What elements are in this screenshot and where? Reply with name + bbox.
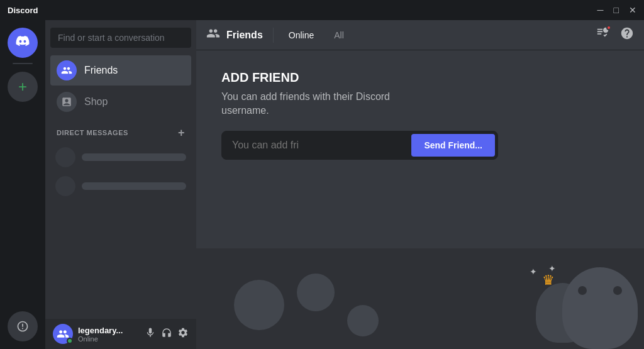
dm-nav: Friends Shop <box>45 55 196 117</box>
tab-all[interactable]: All <box>329 28 349 43</box>
character-2 <box>562 267 638 349</box>
app-title: Discord <box>8 6 38 15</box>
username: legendary... <box>78 326 140 335</box>
dm-list <box>45 141 196 319</box>
add-friend-description: You can add friends with their Discord u… <box>221 90 619 118</box>
server-divider <box>13 63 33 64</box>
add-friend-form: Send Friend... <box>221 131 498 160</box>
close-button[interactable]: ✕ <box>629 6 636 14</box>
window-controls: ─ □ ✕ <box>597 6 636 14</box>
deco-circle <box>297 274 335 311</box>
add-server-button[interactable]: + <box>8 72 38 102</box>
discord-logo-icon <box>15 33 30 52</box>
sidebar-item-shop[interactable]: Shop <box>50 87 191 117</box>
tab-online[interactable]: Online <box>284 28 319 43</box>
notification-dot <box>606 25 611 30</box>
main-content: Friends Online All ADD FRIEND You c <box>196 20 644 349</box>
dm-name <box>82 182 186 190</box>
discord-home-button[interactable] <box>8 28 38 58</box>
dm-avatar <box>55 147 75 167</box>
server-sidebar: + <box>0 20 45 349</box>
online-indicator <box>67 338 73 344</box>
user-avatar-wrap <box>53 324 73 344</box>
sparkle-icon-2: ✦ <box>548 263 556 274</box>
deco-circle <box>234 280 284 330</box>
dm-name <box>82 153 186 161</box>
dm-section-header: DIRECT MESSAGES + <box>45 117 196 141</box>
friends-header-icon <box>206 26 220 44</box>
search-bar[interactable]: Find or start a conversation <box>50 28 191 48</box>
dm-sidebar: Find or start a conversation Friends <box>45 20 196 349</box>
settings-button[interactable] <box>177 327 189 341</box>
shop-nav-label: Shop <box>84 96 108 108</box>
deco-circle <box>347 305 379 336</box>
dm-add-button[interactable]: + <box>178 127 185 138</box>
header-title: Friends <box>226 30 263 41</box>
add-friend-desc-line1: You can add friends with their Discord <box>221 91 390 102</box>
maximize-button[interactable]: □ <box>614 6 619 14</box>
plus-icon: + <box>18 78 27 96</box>
char-eye-left <box>578 286 587 295</box>
list-item[interactable] <box>50 172 191 200</box>
add-friend-input[interactable] <box>232 140 411 151</box>
send-friend-button[interactable]: Send Friend... <box>411 134 495 157</box>
char-eye-right <box>613 286 622 295</box>
sidebar-item-friends[interactable]: Friends <box>50 55 191 86</box>
dm-section-label: DIRECT MESSAGES <box>57 129 128 136</box>
user-info: legendary... Online <box>78 326 140 343</box>
user-status: Online <box>78 335 140 343</box>
list-item[interactable] <box>50 143 191 171</box>
sparkle-icon: ✦ <box>530 267 537 277</box>
app-body: + Find or start a conversation Friend <box>0 20 644 349</box>
mute-button[interactable] <box>145 327 156 341</box>
add-friend-title: ADD FRIEND <box>221 70 619 85</box>
title-bar: Discord ─ □ ✕ <box>0 0 644 20</box>
header-divider <box>273 28 274 43</box>
dm-avatar <box>55 176 75 196</box>
friends-nav-icon <box>57 60 77 80</box>
shop-nav-icon <box>57 92 77 112</box>
friends-area: ADD FRIEND You can add friends with thei… <box>196 50 644 349</box>
crown-icon: ♛ <box>542 272 555 289</box>
server-sidebar-bottom <box>8 311 38 341</box>
decoration-area: ♛ ✦ ✕ ✦ <box>196 248 644 349</box>
user-panel: legendary... Online <box>45 319 196 349</box>
add-friend-desc-line2: username. <box>221 105 269 116</box>
user-controls <box>145 327 189 341</box>
deafen-button[interactable] <box>161 327 172 341</box>
minimize-button[interactable]: ─ <box>597 6 604 14</box>
explore-button[interactable] <box>8 311 38 341</box>
channel-header: Friends Online All <box>196 20 644 50</box>
header-title-group: Friends <box>206 26 263 44</box>
inbox-button[interactable] <box>596 26 610 43</box>
friends-nav-label: Friends <box>84 65 118 76</box>
help-button[interactable] <box>620 26 634 43</box>
